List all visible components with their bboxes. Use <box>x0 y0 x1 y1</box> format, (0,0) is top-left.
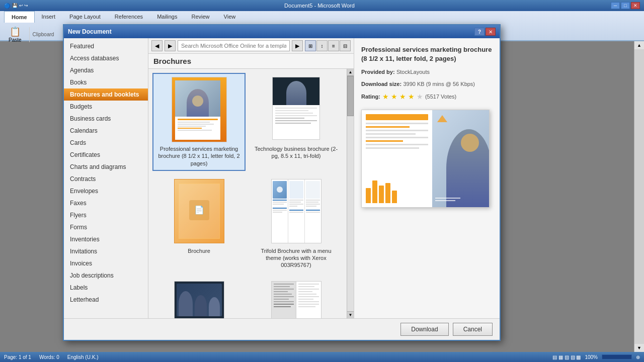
tab-review[interactable]: Review <box>184 11 216 23</box>
search-go-button[interactable]: ▶ <box>292 40 303 51</box>
templates-scrollbar[interactable]: ▲ ▼ <box>347 69 354 318</box>
maximize-button[interactable]: □ <box>621 2 630 9</box>
templates-scroll-down[interactable]: ▼ <box>347 311 354 318</box>
template-thumb-5 <box>172 281 227 318</box>
template-item-1[interactable]: Professional services marketing brochure… <box>152 73 246 171</box>
preview-right-page <box>432 110 489 207</box>
bar-2 <box>372 180 377 203</box>
sidebar-item-certificates[interactable]: Certificates <box>64 149 148 161</box>
view-detail-btn[interactable]: ⊟ <box>340 40 351 51</box>
sidebar-item-access-databases[interactable]: Access databases <box>64 52 148 64</box>
forward-button[interactable]: ▶ <box>165 40 176 51</box>
sidebar-item-contracts[interactable]: Contracts <box>64 173 148 185</box>
dialog-title-controls: ? ✕ <box>474 28 496 36</box>
sidebar-item-charts[interactable]: Charts and diagrams <box>64 161 148 173</box>
preview-line-7 <box>366 144 428 145</box>
info-provided-by: Provided by: StockLayouts <box>361 68 493 75</box>
status-language: English (U.K.) <box>67 354 99 360</box>
view-list-btn[interactable]: ≡ <box>328 40 339 51</box>
minimize-button[interactable]: ─ <box>611 2 620 9</box>
template-thumb-6 <box>269 281 324 318</box>
tab-references[interactable]: References <box>108 11 150 23</box>
sidebar-item-brochures[interactable]: Brochures and booklets <box>64 88 148 101</box>
search-input[interactable] <box>178 40 290 51</box>
zoom-in[interactable]: ⊕ <box>636 354 640 360</box>
preview-line-8 <box>366 147 419 149</box>
templates-scroll-up[interactable]: ▲ <box>347 69 354 76</box>
sidebar-item-envelopes[interactable]: Envelopes <box>64 185 148 197</box>
zoom-slider[interactable] <box>602 354 632 359</box>
bar-5 <box>392 191 397 203</box>
star-4: ★ <box>408 93 415 101</box>
tab-page-layout[interactable]: Page Layout <box>62 11 108 23</box>
template-label-1: Professional services marketing brochure… <box>156 145 242 167</box>
sidebar-item-calendars[interactable]: Calendars <box>64 125 148 137</box>
app-scrollbar-v[interactable]: ▲ ▼ <box>634 41 644 352</box>
preview-line-3 <box>366 130 428 131</box>
provided-by-label: Provided by: <box>361 69 395 75</box>
template-item-3[interactable]: 📄 Brochure <box>152 175 246 273</box>
info-panel: Professional services marketing brochure… <box>354 38 500 318</box>
templates-scroll-thumb[interactable] <box>347 76 354 116</box>
sidebar-item-inventories[interactable]: Inventories <box>64 233 148 245</box>
sidebar-item-flyers[interactable]: Flyers <box>64 209 148 221</box>
preview-line-5 <box>366 137 428 138</box>
template-item-5[interactable]: Professional brochure dark <box>152 277 246 318</box>
download-label: Download size: <box>361 81 401 87</box>
sidebar-item-books[interactable]: Books <box>64 76 148 88</box>
tab-home[interactable]: Home <box>4 11 35 23</box>
dialog-help-button[interactable]: ? <box>474 28 485 36</box>
dialog-close-button[interactable]: ✕ <box>486 28 496 36</box>
status-words: Words: 0 <box>39 354 59 360</box>
title-bar-left: 🔵 💾 ↩ ↪ <box>4 3 28 9</box>
preview-line-2 <box>366 126 410 128</box>
template-item-2[interactable]: Technology business brochure (2-pg, 8.5 … <box>250 73 343 171</box>
ribbon-divider <box>29 27 30 42</box>
preview-logo <box>436 114 448 123</box>
templates-scroll-track[interactable] <box>347 76 354 311</box>
sidebar-item-cards[interactable]: Cards <box>64 137 148 149</box>
template-item-6[interactable]: Folded brochure <box>250 277 343 318</box>
bar-1 <box>366 188 371 203</box>
download-button[interactable]: Download <box>400 323 448 336</box>
back-button[interactable]: ◀ <box>151 40 163 51</box>
sidebar-item-invoices[interactable]: Invoices <box>64 257 148 269</box>
sidebar-item-labels[interactable]: Labels <box>64 282 148 294</box>
clipboard-label: Clipboard <box>33 32 54 37</box>
star-5: ★ <box>417 93 423 101</box>
view-sort-btn[interactable]: ↕ <box>316 40 328 51</box>
sidebar-item-forms[interactable]: Forms <box>64 221 148 233</box>
status-view-buttons: ▤ ▦ ▨ ▧ ▩ <box>552 354 581 360</box>
preview-chart <box>366 178 428 203</box>
dialog-title: New Document <box>68 28 112 35</box>
close-button[interactable]: ✕ <box>631 2 640 9</box>
preview-header-bar <box>366 114 428 120</box>
info-download-size: Download size: 3990 KB (9 mins @ 56 Kbps… <box>361 80 493 87</box>
sidebar: Featured Access databases Agendas Books … <box>64 38 148 318</box>
sidebar-item-budgets[interactable]: Budgets <box>64 101 148 113</box>
tab-mailings[interactable]: Mailings <box>150 11 184 23</box>
sidebar-item-business-cards[interactable]: Business cards <box>64 113 148 125</box>
provided-by-value: StockLayouts <box>396 69 430 75</box>
sidebar-item-faxes[interactable]: Faxes <box>64 197 148 209</box>
tab-insert[interactable]: Insert <box>35 11 63 23</box>
cancel-button[interactable]: Cancel <box>453 323 493 336</box>
paste-button[interactable]: 📋 Paste <box>4 25 26 44</box>
sidebar-item-agendas[interactable]: Agendas <box>64 64 148 76</box>
preview-image <box>361 110 490 208</box>
star-3: ★ <box>399 93 406 101</box>
scroll-down[interactable]: ▼ <box>634 344 644 352</box>
ribbon-tabs: Home Insert Page Layout References Maili… <box>0 11 644 23</box>
sidebar-item-invitations[interactable]: Invitations <box>64 245 148 257</box>
view-buttons: ⊞ ↕ ≡ ⊟ <box>305 40 351 51</box>
tab-view[interactable]: View <box>217 11 243 23</box>
sidebar-item-job-descriptions[interactable]: Job descriptions <box>64 269 148 282</box>
status-bar: Page: 1 of 1 Words: 0 English (U.K.) ▤ ▦… <box>0 352 644 362</box>
template-label-3: Brochure <box>188 247 210 254</box>
sidebar-item-letterhead[interactable]: Letterhead <box>64 294 148 306</box>
view-large-btn[interactable]: ⊞ <box>305 40 316 51</box>
status-page: Page: 1 of 1 <box>4 354 31 360</box>
template-item-4[interactable]: Trifold Brochure with a menu theme (work… <box>250 175 343 273</box>
info-rating: Rating: ★ ★ ★ ★ ★ (5517 Votes) <box>361 93 493 101</box>
sidebar-item-featured[interactable]: Featured <box>64 40 148 52</box>
